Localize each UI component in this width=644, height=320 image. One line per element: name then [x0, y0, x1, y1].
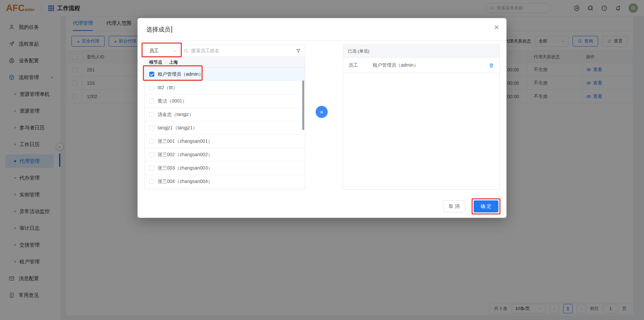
member-row[interactable]: tangjz1（tangjz1）	[145, 121, 305, 135]
member-label: ttt2（ttt）	[158, 85, 177, 91]
scrollbar-thumb[interactable]	[302, 80, 304, 130]
member-picker-panel: 员工 搜索员工姓名 根节点 › 上海 租户管理员（admin）ttt2（ttt）…	[144, 45, 305, 190]
member-row[interactable]: 张三004（zhangsan004）	[145, 175, 305, 188]
breadcrumb-root[interactable]: 根节点	[149, 59, 162, 65]
member-label: 黄洁（0001）	[158, 98, 187, 104]
member-row[interactable]: 张三003（zhangsan003）	[145, 162, 305, 175]
dialog-header: 选择成员	[138, 18, 506, 41]
member-checkbox[interactable]	[149, 72, 154, 77]
close-icon[interactable]: ×	[494, 23, 499, 31]
member-checkbox[interactable]	[149, 125, 154, 130]
selected-row: 员工 租户管理员（admin）	[343, 58, 499, 73]
member-checkbox[interactable]	[149, 99, 154, 104]
filter-funnel-icon[interactable]	[296, 48, 301, 53]
picker-controls: 员工 搜索员工姓名	[145, 45, 305, 57]
member-checkbox[interactable]	[149, 179, 154, 184]
member-search-input[interactable]: 搜索员工姓名	[180, 48, 305, 54]
select-member-dialog: 选择成员 × 员工 搜索员工姓名 根节点 › 上海 租户管理员（admin）tt	[138, 18, 506, 218]
member-list: 租户管理员（admin）ttt2（ttt）黄洁（0001）汤金忠（tangjz）…	[145, 68, 305, 188]
app-window: AFC enter 工作流程 搜索菜单名称 AI ? 租	[0, 0, 644, 320]
member-checkbox[interactable]	[149, 85, 154, 90]
dialog-footer: 取 消 确 定	[443, 200, 498, 212]
member-checkbox[interactable]	[149, 166, 154, 171]
member-row[interactable]: ttt2（ttt）	[145, 81, 305, 94]
member-row[interactable]: 汤金忠（tangjz）	[145, 108, 305, 121]
chevron-down-icon	[173, 49, 177, 53]
breadcrumb: 根节点 › 上海	[145, 57, 305, 68]
member-label: 汤金忠（tangjz）	[158, 112, 194, 118]
breadcrumb-current[interactable]: 上海	[169, 59, 178, 65]
selected-panel: 已选 (单选) 员工 租户管理员（admin）	[343, 45, 500, 190]
cancel-button[interactable]: 取 消	[443, 200, 465, 212]
member-row[interactable]: 张三002（zhangsan002）	[145, 148, 305, 162]
selected-type: 员工	[348, 62, 358, 68]
member-label: tangjz1（tangjz1）	[158, 125, 197, 131]
member-row[interactable]: 租户管理员（admin）	[145, 68, 305, 81]
search-icon	[183, 48, 189, 53]
member-row[interactable]: 黄洁（0001）	[145, 94, 305, 108]
selected-header: 已选 (单选)	[343, 45, 499, 58]
member-label: 张三001（zhangsan001）	[158, 138, 212, 144]
member-label: 租户管理员（admin）	[158, 71, 203, 77]
member-checkbox[interactable]	[149, 112, 154, 117]
breadcrumb-separator-icon: ›	[165, 60, 166, 65]
member-label: 张三004（zhangsan004）	[158, 179, 212, 185]
confirm-button[interactable]: 确 定	[474, 200, 498, 212]
member-row[interactable]: 张三001（zhangsan001）	[145, 135, 305, 148]
member-label: 张三003（zhangsan003）	[158, 165, 212, 171]
dialog-title: 选择成员	[146, 25, 170, 34]
text-cursor	[171, 26, 172, 33]
member-search-placeholder: 搜索员工姓名	[191, 48, 219, 54]
member-checkbox[interactable]	[149, 152, 154, 157]
member-checkbox[interactable]	[149, 139, 154, 144]
transfer-left-button[interactable]: «	[316, 106, 328, 118]
trash-icon[interactable]	[489, 63, 494, 68]
member-label: 张三002（zhangsan002）	[158, 152, 212, 158]
member-type-select[interactable]: 员工	[145, 45, 180, 57]
selected-name: 租户管理员（admin）	[373, 62, 418, 68]
